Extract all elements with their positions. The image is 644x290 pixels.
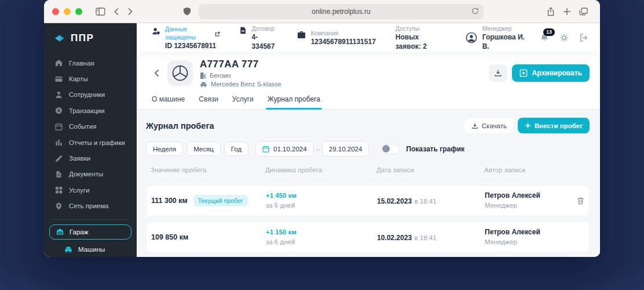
protected-data-link[interactable]: Данные защищены [165,25,213,41]
record-author-role: Менеджер [485,237,569,247]
sidebar-item-reports[interactable]: Отчеты и графики [44,135,137,150]
sidebar-item-cars[interactable]: Машины [44,246,137,253]
access-value: Новых заявок: 2 [396,32,446,51]
mileage-period: за 5 дней [266,201,377,211]
manager-group[interactable]: Менеджер Горшкова И. В. [466,24,527,51]
archive-box-icon [519,69,528,77]
current-mileage-badge: Текущий пробег [193,195,248,206]
close-window-button[interactable] [52,8,59,15]
company-group: Компания 12345678911131517 [297,29,376,46]
date-to-input[interactable]: 29.10.2024 [322,141,369,157]
pencil-icon [55,155,63,162]
manager-name: Горшкова И. В. [482,32,527,51]
logo-mark-icon [54,34,65,42]
mileage-period: за 6 дней [266,237,377,247]
journal-table-header: Значение пробега Динамика пробега Дата з… [146,157,590,180]
journal-title: Журнал пробега [146,121,214,130]
grid-icon [55,186,63,194]
contract-icon [240,26,246,35]
account-topbar: Данные защищены ID 12345678911 Договор 4… [137,23,600,52]
vehicle-model: Mercedes Benz S-klasse [211,81,281,88]
sidebar-item-cards[interactable]: Карты [44,71,137,86]
sidebar-item-services[interactable]: Услуги [44,182,137,198]
privacy-shield-icon[interactable] [183,7,191,16]
zoom-window-button[interactable] [75,8,82,15]
filter-month[interactable]: Месяц [186,142,221,156]
coin-icon: S [55,107,63,114]
mileage-value: 111 300 км [151,197,188,205]
date-from-input[interactable]: 01.10.2024 [255,141,314,157]
settings-button[interactable] [559,33,569,42]
vehicle-fuel-row: Бензин [200,72,281,79]
sidebar-item-employees[interactable]: Сотрудники [44,87,137,103]
sidebar-item-transactions[interactable]: S Транзакции [44,103,137,118]
column-mileage: Значение пробега [151,166,265,173]
record-date: 15.02.2023 [377,197,412,205]
download-icon [494,69,502,77]
add-mileage-button[interactable]: Внести пробег [518,118,590,133]
tab-links[interactable]: Связи [199,95,218,109]
tab-mileage-journal[interactable]: Журнал пробега [268,95,320,109]
journal-row[interactable]: 111 300 км Текущий пробег +1 450 км за 5… [146,185,590,216]
reload-icon[interactable] [471,7,479,17]
vehicle-header: A777AA 777 Бензин Mercedes Benz S-klasse [137,52,600,88]
back-chevron-button[interactable] [154,69,159,77]
filter-year[interactable]: Год [224,142,248,156]
mileage-delta: +1 150 км [266,227,377,237]
sidebar-item-events[interactable]: События [44,119,137,135]
column-date: Дата записи [376,166,484,173]
plus-icon [525,122,531,129]
download-vehicle-button[interactable] [489,64,507,82]
minimize-window-button[interactable] [64,8,71,15]
svg-text:S: S [57,108,60,113]
url-text: online.petrolplus.ru [312,8,370,16]
vehicle-fuel: Бензин [210,72,231,79]
garage-icon [56,228,64,235]
traffic-lights [52,8,82,15]
new-tab-icon[interactable] [563,8,571,16]
mileage-journal-section: Журнал пробега Скачать Внести пробег [137,110,600,257]
sidebar-item-network[interactable]: Сеть приема [44,198,137,214]
forward-button[interactable] [127,8,133,16]
archive-button[interactable]: Архивировать [512,64,590,82]
brand-logo-box [167,60,193,86]
sidebar-toggle-icon[interactable] [96,8,105,16]
access-label: Доступы [396,24,446,32]
tab-services[interactable]: Услуги [232,95,254,109]
fuel-pump-icon [200,72,206,79]
contract-label: Договор [251,24,277,32]
avatar [466,31,477,44]
address-bar[interactable]: online.petrolplus.ru [199,4,484,19]
app-logo[interactable]: ППР [44,31,137,46]
delete-record-button[interactable] [569,197,584,205]
back-button[interactable] [114,8,119,16]
download-journal-button[interactable]: Скачать [465,118,513,133]
filter-week[interactable]: Неделя [146,142,183,156]
tab-about[interactable]: О машине [152,95,185,109]
record-author: Петров Алексей [485,227,569,237]
record-time: в 18:41 [415,234,437,241]
trash-icon [577,197,584,205]
logout-icon [579,33,588,42]
journal-filters: Неделя Месяц Год 01.10.2024 – 29.10.2024… [146,141,590,157]
access-group: Доступы Новых заявок: 2 [396,24,446,51]
contract-group: Договор 4-334567 [240,24,277,51]
record-time: в 18:41 [415,198,437,205]
vehicle-model-row: Mercedes Benz S-klasse [200,81,281,88]
tab-overview-icon[interactable] [579,8,588,16]
sidebar-item-documents[interactable]: Документы [44,166,137,182]
logout-button[interactable] [579,33,588,42]
gear-icon [559,33,569,42]
show-chart-toggle[interactable] [380,144,400,154]
pin-icon [55,202,63,210]
briefcase-icon [297,31,306,39]
record-author: Петров Алексей [485,191,569,201]
vehicle-plate-title: A777AA 777 [200,59,281,70]
notifications-button[interactable]: 13 [540,33,549,42]
home-icon [55,59,63,67]
share-icon[interactable] [547,7,555,16]
sidebar-item-home[interactable]: Главная [44,55,137,71]
sidebar-item-requests[interactable]: Заявки [44,150,137,166]
journal-row[interactable]: 109 850 км +1 150 км за 6 дней 10.02.202… [146,222,590,253]
sidebar-item-garage[interactable]: Гараж [49,224,131,240]
